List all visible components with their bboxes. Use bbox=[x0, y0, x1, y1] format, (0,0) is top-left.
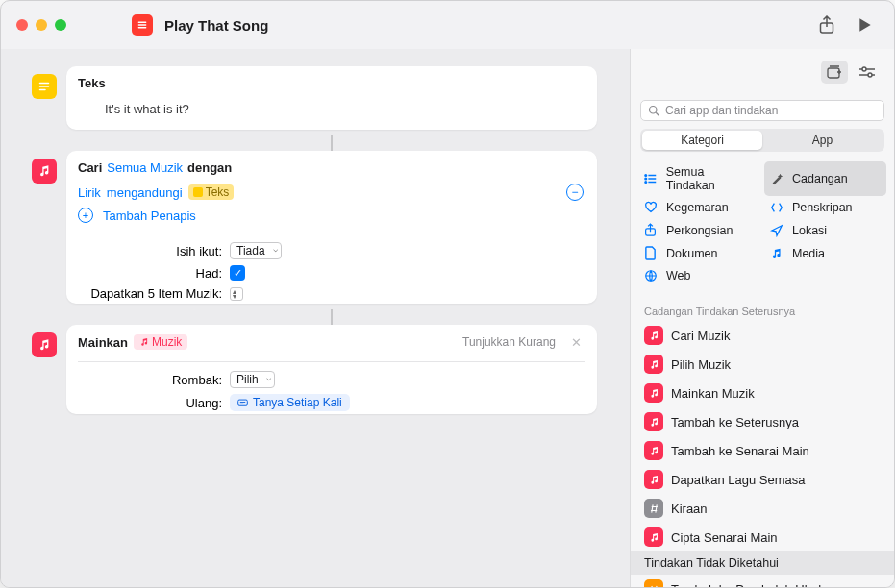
category-wand[interactable]: Cadangan bbox=[764, 161, 886, 196]
category-label: Media bbox=[792, 247, 825, 260]
run-button[interactable] bbox=[852, 13, 879, 37]
filter-value-token[interactable]: Teks bbox=[188, 184, 235, 200]
suggestion-item[interactable]: Dapatkan Lagu Semasa bbox=[631, 465, 894, 494]
svg-rect-9 bbox=[240, 403, 243, 404]
variable-icon bbox=[644, 579, 663, 587]
text-action-card[interactable]: Teks It's it what is it? bbox=[66, 66, 597, 130]
suggestion-item[interactable]: Tambah ke Senarai Main bbox=[631, 436, 894, 465]
music-action-icon bbox=[32, 159, 57, 184]
library-tabs: Kategori App bbox=[640, 129, 884, 152]
search-input[interactable]: Cari app dan tindakan bbox=[640, 100, 884, 121]
suggestion-item[interactable]: Mainkan Muzik bbox=[631, 379, 894, 407]
category-label: Lokasi bbox=[792, 224, 827, 237]
close-window-button[interactable] bbox=[16, 19, 28, 31]
tab-categories[interactable]: Kategori bbox=[642, 131, 762, 150]
search-placeholder: Cari app dan tindakan bbox=[665, 104, 778, 117]
repeat-ask-token[interactable]: Tanya Setiap Kali bbox=[230, 394, 350, 411]
svg-rect-2 bbox=[138, 27, 147, 28]
limit-label: Had: bbox=[78, 266, 222, 281]
filter-operator[interactable]: mengandungi bbox=[107, 185, 183, 200]
add-filter-row[interactable]: + Tambah Penapis bbox=[66, 204, 597, 227]
sort-label: Isih ikut: bbox=[78, 244, 222, 258]
repeat-label: Ulang: bbox=[78, 396, 222, 410]
plus-icon: + bbox=[78, 208, 93, 223]
category-doc[interactable]: Dokumen bbox=[638, 242, 760, 264]
suggestion-item[interactable]: Pilih Muzik bbox=[631, 350, 894, 379]
category-label: Dokumen bbox=[666, 247, 718, 260]
suggestion-item[interactable]: Kiraan bbox=[631, 494, 894, 523]
remove-action-button[interactable]: ✕ bbox=[571, 335, 582, 350]
svg-rect-8 bbox=[240, 402, 246, 403]
limit-checkbox[interactable]: ✓ bbox=[230, 265, 245, 281]
category-list[interactable]: Semua Tindakan bbox=[638, 161, 760, 196]
remove-filter-button[interactable]: − bbox=[566, 184, 584, 201]
svg-rect-7 bbox=[238, 400, 248, 405]
suggestion-icon bbox=[644, 326, 663, 345]
category-loc[interactable]: Lokasi bbox=[764, 219, 886, 241]
connector bbox=[66, 313, 597, 325]
play-subject-token[interactable]: Muzik bbox=[134, 334, 187, 350]
svg-point-14 bbox=[645, 175, 647, 177]
doc-icon bbox=[644, 246, 659, 260]
category-label: Kegemaran bbox=[666, 201, 729, 214]
share-button[interactable] bbox=[813, 13, 840, 37]
svg-point-15 bbox=[645, 178, 647, 180]
workflow-canvas[interactable]: Teks It's it what is it? Cari Semua Muzi… bbox=[1, 49, 630, 587]
shortcut-icon bbox=[132, 14, 153, 36]
play-verb: Mainkan bbox=[78, 335, 128, 350]
traffic-lights bbox=[16, 19, 66, 31]
fullscreen-window-button[interactable] bbox=[55, 19, 66, 31]
svg-point-13 bbox=[650, 107, 658, 114]
suggestion-icon bbox=[644, 383, 663, 403]
svg-point-16 bbox=[645, 182, 647, 184]
suggestion-item[interactable]: Cipta Senarai Main bbox=[631, 523, 894, 551]
svg-point-11 bbox=[862, 67, 866, 71]
web-icon bbox=[644, 269, 659, 282]
suggestion-label: Dapatkan Lagu Semasa bbox=[671, 473, 805, 487]
wand-icon bbox=[770, 172, 785, 185]
suggestions-list: Cari MuzikPilih MuzikMainkan MuzikTambah… bbox=[631, 321, 894, 587]
settings-button[interactable] bbox=[854, 61, 881, 84]
show-less-button[interactable]: Tunjukkan Kurang bbox=[462, 335, 556, 349]
category-label: Penskripan bbox=[792, 201, 853, 214]
music-action-icon bbox=[32, 332, 57, 357]
library-toggle-button[interactable] bbox=[821, 61, 848, 84]
script-icon bbox=[770, 201, 785, 214]
find-scope-token[interactable]: Semua Muzik bbox=[107, 160, 183, 175]
sort-select[interactable]: Tiada bbox=[230, 242, 282, 259]
shortcut-title: Play That Song bbox=[164, 17, 268, 34]
repeat-row: Ulang: Tanya Setiap Kali bbox=[66, 391, 597, 414]
minimize-window-button[interactable] bbox=[36, 19, 47, 31]
count-stepper[interactable]: ▴▾ bbox=[230, 287, 243, 301]
shuffle-select[interactable]: Pilih bbox=[230, 371, 275, 388]
suggestion-label: Cari Muzik bbox=[671, 329, 730, 343]
category-media[interactable]: Media bbox=[764, 242, 886, 264]
shuffle-row: Rombak: Pilih bbox=[66, 368, 597, 391]
tab-apps[interactable]: App bbox=[762, 131, 883, 150]
category-share[interactable]: Perkongsian bbox=[638, 219, 760, 241]
filter-field[interactable]: Lirik bbox=[78, 185, 101, 200]
category-script[interactable]: Penskripan bbox=[764, 197, 886, 218]
category-web[interactable]: Web bbox=[638, 265, 760, 286]
suggestion-icon bbox=[644, 355, 663, 374]
suggestion-item[interactable]: Tambah ke Seterusnya bbox=[631, 407, 894, 436]
play-music-card[interactable]: Mainkan Muzik Tunjukkan Kurang ✕ Rombak:… bbox=[66, 325, 597, 414]
share-icon bbox=[644, 223, 659, 237]
suggestion-icon bbox=[644, 412, 663, 431]
svg-point-12 bbox=[868, 73, 872, 77]
suggestion-item[interactable]: Cari Muzik bbox=[631, 321, 894, 350]
heart-icon bbox=[644, 201, 659, 214]
svg-rect-10 bbox=[828, 68, 839, 78]
filter-row: Lirik mengandungi Teks − bbox=[66, 181, 597, 204]
get-items-label: Dapatkan 5 Item Muzik: bbox=[78, 286, 222, 301]
suggestions-header: Cadangan Tindakan Seterusnya bbox=[631, 296, 894, 321]
find-music-card[interactable]: Cari Semua Muzik dengan Lirik mengandung… bbox=[66, 151, 597, 304]
suggestion-icon bbox=[644, 527, 663, 547]
suggestion-label: Cipta Senarai Main bbox=[671, 530, 778, 545]
text-action-input[interactable]: It's it what is it? bbox=[105, 100, 585, 118]
suggestion-label: Tambah ke Senarai Main bbox=[671, 444, 809, 458]
add-filter-label: Tambah Penapis bbox=[103, 208, 196, 223]
svg-rect-0 bbox=[138, 22, 147, 23]
suggestion-item[interactable]: Tambah ke Pemboleh Ubah bbox=[631, 575, 894, 587]
category-heart[interactable]: Kegemaran bbox=[638, 197, 760, 218]
